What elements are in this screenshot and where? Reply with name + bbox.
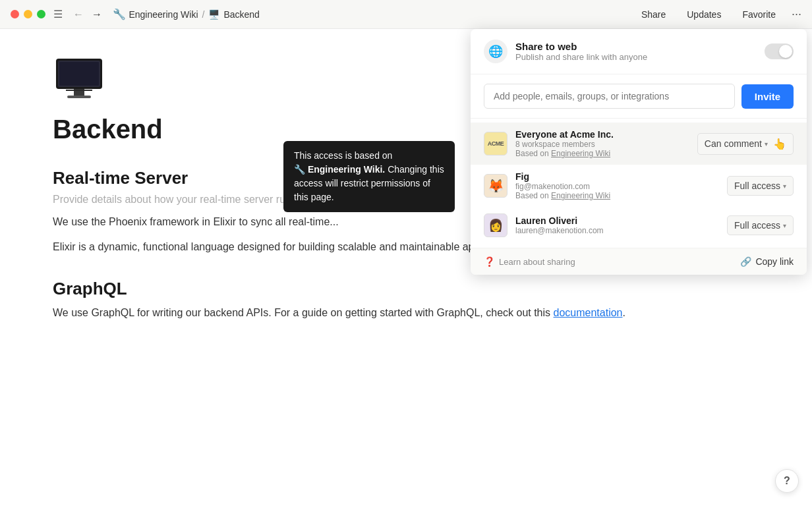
member-based: Based on Engineering Wiki (515, 191, 727, 200)
titlebar: ☰ ← → 🔧 Engineering Wiki / 🖥️ Backend Sh… (0, 0, 812, 29)
more-options-button[interactable]: ··· (792, 7, 801, 21)
favorite-button[interactable]: Favorite (737, 7, 781, 22)
svg-rect-2 (59, 62, 99, 86)
member-role-dropdown[interactable]: Full access ▾ (727, 215, 794, 235)
panel-footer: ❓ Learn about sharing 🔗 Copy link (471, 248, 807, 275)
invite-button[interactable]: Invite (741, 84, 794, 109)
copy-link-text: Copy link (755, 256, 794, 267)
question-circle-icon: ❓ (484, 256, 495, 267)
wiki-icon: 🔧 (113, 8, 126, 20)
member-row[interactable]: 🦊 Fig fig@makenotion.com Based on Engine… (471, 165, 807, 207)
forward-arrow-icon[interactable]: → (89, 7, 105, 22)
share-to-web-title: Share to web (515, 41, 765, 52)
minimize-button[interactable] (24, 10, 32, 18)
share-to-web-section: 🌐 Share to web Publish and share link wi… (471, 29, 807, 74)
avatar: ACME (484, 132, 508, 155)
nav-arrows: ← → (71, 7, 105, 22)
back-arrow-icon[interactable]: ← (71, 7, 86, 22)
close-button[interactable] (11, 10, 19, 18)
member-info: Fig fig@makenotion.com Based on Engineer… (515, 171, 727, 200)
cursor-hand-icon: 👆 (773, 138, 786, 150)
member-email: fig@makenotion.com (515, 182, 727, 191)
share-to-web-text: Share to web Publish and share link with… (515, 41, 765, 62)
globe-icon: 🌐 (484, 40, 508, 63)
tooltip-text1: This access is based on (294, 150, 392, 161)
member-row[interactable]: ACME Everyone at Acme Inc. 8 workspace m… (471, 123, 807, 165)
tooltip-bold: Engineering Wiki. (308, 164, 385, 175)
engineering-wiki-link-fig[interactable]: Engineering Wiki (551, 191, 610, 200)
monitor-svg-icon (53, 55, 105, 101)
member-email: lauren@makenotion.com (515, 226, 727, 235)
member-name: Everyone at Acme Inc. (515, 129, 697, 140)
breadcrumb-page-icon: 🖥️ (208, 9, 219, 20)
avatar: 🦊 (484, 174, 508, 198)
updates-button[interactable]: Updates (682, 7, 726, 22)
fullscreen-button[interactable] (37, 10, 45, 18)
member-row[interactable]: 👩 Lauren Oliveri lauren@makenotion.com F… (471, 207, 807, 244)
share-panel: 🌐 Share to web Publish and share link wi… (471, 29, 807, 275)
access-tooltip: This access is based on 🔧 Engineering Wi… (283, 141, 455, 212)
member-name: Lauren Oliveri (515, 215, 727, 226)
member-name: Fig (515, 171, 727, 182)
link-icon: 🔗 (740, 256, 751, 267)
toggle-knob (779, 45, 792, 58)
member-info: Lauren Oliveri lauren@makenotion.com (515, 215, 727, 235)
members-list: ACME Everyone at Acme Inc. 8 workspace m… (471, 119, 807, 248)
learn-sharing-text: Learn about sharing (499, 257, 575, 267)
breadcrumb: Engineering Wiki / 🖥️ Backend (129, 9, 259, 20)
share-to-web-toggle[interactable] (765, 43, 794, 59)
help-button[interactable]: ? (775, 469, 799, 493)
breadcrumb-separator: / (202, 9, 205, 20)
breadcrumb-wiki[interactable]: Engineering Wiki (129, 9, 198, 20)
member-info: Everyone at Acme Inc. 8 workspace member… (515, 129, 697, 158)
avatar: 👩 (484, 213, 508, 237)
sidebar-toggle-icon[interactable]: ☰ (53, 8, 63, 20)
learn-sharing-link[interactable]: ❓ Learn about sharing (484, 256, 575, 267)
svg-rect-4 (67, 96, 91, 98)
section2-body: We use GraphQL for writing our backend A… (53, 304, 759, 322)
share-button[interactable]: Share (636, 7, 671, 22)
section2-heading: GraphQL (53, 279, 759, 299)
titlebar-actions: Share Updates Favorite ··· (636, 7, 801, 22)
member-role-dropdown[interactable]: Can comment ▾ 👆 (697, 133, 794, 155)
documentation-link[interactable]: documentation (554, 307, 623, 318)
invite-section: Invite (471, 74, 807, 119)
member-based: Based on Engineering Wiki (515, 149, 697, 158)
copy-link-button[interactable]: 🔗 Copy link (740, 256, 794, 267)
invite-input[interactable] (484, 84, 735, 109)
engineering-wiki-link[interactable]: Engineering Wiki (551, 149, 610, 158)
share-to-web-subtitle: Publish and share link with anyone (515, 52, 765, 62)
member-role-dropdown[interactable]: Full access ▾ (727, 176, 794, 196)
breadcrumb-page[interactable]: Backend (223, 9, 259, 20)
svg-rect-5 (66, 90, 92, 91)
member-sub1: 8 workspace members (515, 140, 697, 149)
traffic-lights (11, 10, 45, 18)
